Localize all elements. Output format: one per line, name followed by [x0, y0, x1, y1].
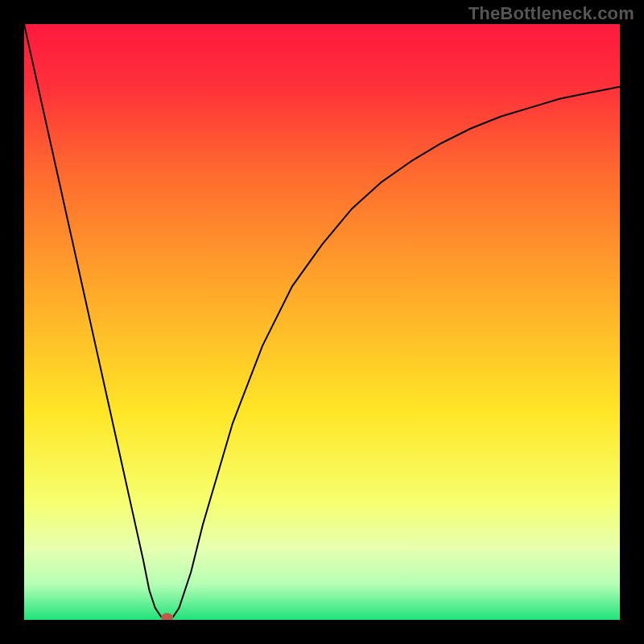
chart-frame: TheBottleneck.com [0, 0, 644, 644]
plot-area [24, 24, 620, 620]
watermark-text: TheBottleneck.com [469, 3, 634, 24]
optimum-marker [162, 613, 173, 620]
gradient-background [24, 24, 620, 620]
chart-svg [24, 24, 620, 620]
